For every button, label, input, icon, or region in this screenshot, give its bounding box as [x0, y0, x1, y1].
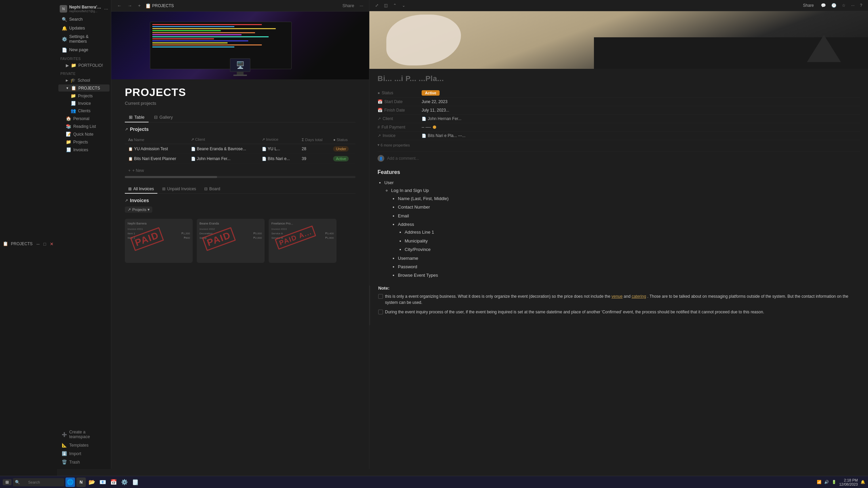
sidebar-item-updates[interactable]: 🔔 Updates	[58, 24, 110, 32]
comment-icon[interactable]: 💬	[819, 2, 828, 9]
chevron-up-icon[interactable]: ⌃	[391, 2, 398, 9]
list-item: Email	[398, 212, 860, 220]
share-button[interactable]: Share	[341, 2, 356, 9]
sidebar-action-import[interactable]: ⬇️ Import	[58, 450, 110, 457]
plus-icon: +	[128, 168, 131, 173]
arrow-icon: ↗	[125, 127, 128, 132]
col-status[interactable]: ● Status	[330, 135, 355, 144]
left-panel: ← → + 📋 PROJECTS Share ···	[111, 0, 369, 469]
plus-icon: ➕	[62, 432, 67, 437]
property-value-client[interactable]: 📄 John Hernan Fer...	[422, 116, 461, 121]
new-page-icon: 📄	[62, 47, 67, 53]
sidebar-item-projects[interactable]: ▼ 📋 PROJECTS	[58, 84, 110, 92]
notification-icon[interactable]: 🔔	[861, 480, 865, 484]
hero-image: 🖥️	[111, 12, 369, 79]
sidebar-item-new-page[interactable]: 📄 New page	[58, 46, 110, 54]
workspace-menu-icon: ···	[104, 6, 108, 12]
sidebar-item-invoices[interactable]: 🧾 Invoices	[58, 146, 110, 153]
invoice-card[interactable]: Beane Eranda Invoice #002 Decoration₱5,0…	[197, 219, 265, 263]
checkbox-2[interactable]	[378, 310, 383, 314]
minimize-button[interactable]: ─	[35, 241, 41, 247]
taskbar-icon-notion[interactable]: N	[76, 477, 86, 487]
col-invoice[interactable]: ↗ Invoice	[258, 135, 298, 144]
sidebar-action-templates[interactable]: 📐 Templates	[58, 441, 110, 449]
question-icon[interactable]: ?	[858, 2, 864, 9]
taskbar-icon-app3[interactable]: 📅	[109, 477, 118, 487]
chevron-down-icon[interactable]: ⌄	[400, 2, 407, 9]
sidebar-item-school[interactable]: ▶ 🎓 School	[58, 77, 110, 84]
taskbar-icon-app1[interactable]: 📂	[87, 477, 97, 487]
table-row[interactable]: 📋 YU Admission Test 📄 Beane Eranda & Bav…	[125, 144, 355, 154]
features-title: Features	[378, 169, 860, 175]
workspace-selector[interactable]: N Nephi Barrera's ... nephionofleh27@g..…	[57, 3, 111, 15]
col-name[interactable]: Aa Name	[125, 135, 188, 144]
property-label-finish-date: 📅 Finish Date	[378, 108, 422, 113]
catering-link[interactable]: catering	[632, 294, 646, 299]
property-value-finish-date[interactable]: July 11, 2023...	[422, 108, 449, 113]
more-options-icon[interactable]: ···	[849, 2, 856, 9]
sidebar-item-personal[interactable]: 🏠 Personal	[58, 115, 110, 122]
new-page-button[interactable]: +	[136, 2, 142, 9]
share-button[interactable]: Share	[799, 2, 817, 9]
sidebar-toggle-icon[interactable]: ◫	[382, 2, 389, 9]
sidebar-item-projects-sub[interactable]: 📁 Projects	[63, 92, 110, 99]
venue-link[interactable]: venue	[612, 294, 623, 299]
forward-button[interactable]: →	[126, 2, 134, 9]
start-button[interactable]: ⊞	[3, 479, 12, 485]
taskbar-search-input[interactable]	[21, 478, 62, 486]
taskbar-search-box[interactable]: 🔍	[13, 478, 64, 486]
property-label-client: ↗ Client	[378, 116, 422, 121]
property-value-payment[interactable]: -- ----	[422, 125, 436, 130]
tab-board[interactable]: ⊟ Board	[201, 185, 224, 194]
sidebar-item-settings[interactable]: ⚙️ Settings & members	[58, 33, 110, 45]
new-row-button[interactable]: + + New	[125, 167, 355, 175]
tab-gallery[interactable]: ⊟ Gallery	[150, 113, 177, 122]
right-hero-image	[369, 11, 868, 69]
sidebar-action-trash[interactable]: 🗑️ Trash	[58, 458, 110, 466]
comment-area[interactable]: 👤 Add a comment...	[378, 151, 860, 165]
taskbar-icon-edge[interactable]: 🌐	[65, 477, 75, 487]
checkbox[interactable]	[378, 294, 383, 299]
sidebar-item-reading-list[interactable]: 📚 Reading List	[58, 123, 110, 130]
table-row[interactable]: 📋 Bits Nari Event Planner 📄 John Hernan …	[125, 154, 355, 164]
tab-all-invoices[interactable]: ⊞ All Invoices	[125, 185, 157, 194]
taskbar-icon-app5[interactable]: 🗒️	[131, 477, 140, 487]
invoice-tabs: ⊞ All Invoices ⊞ Unpaid Invoices ⊟ Board	[125, 185, 355, 194]
sidebar-item-quick-note[interactable]: 📝 Quick Note	[58, 131, 110, 138]
more-button[interactable]: ···	[358, 2, 365, 9]
tab-unpaid-invoices[interactable]: ⊞ Unpaid Invoices	[159, 185, 199, 194]
sidebar-item-invoice[interactable]: 🧾 Invoice	[63, 100, 110, 107]
taskbar-icon-app2[interactable]: 📧	[98, 477, 108, 487]
invoice-card[interactable]: Nephi Barrera Invoice #001 Item 1₱1,200 …	[125, 219, 193, 263]
close-button[interactable]: ✕	[49, 241, 54, 247]
sidebar-item-search[interactable]: 🔍 Search	[58, 15, 110, 23]
sidebar-action-teamspace[interactable]: ➕ Create a teamspace	[58, 428, 110, 441]
filter-chip[interactable]: ↗ Projects ▾	[125, 207, 152, 213]
projects-title: Projects	[130, 126, 149, 132]
taskbar-icon-app4[interactable]: ⚙️	[120, 477, 129, 487]
sidebar-item-clients[interactable]: 👥 Clients	[63, 107, 110, 114]
title-bar: 📋 PROJECTS ─ □ ✕	[0, 0, 57, 488]
invoice-card[interactable]: Freelance Pro... Invoice #003 Service A₱…	[269, 219, 336, 263]
property-value-invoice[interactable]: 📄 Bits Nari e Pla... ---...	[422, 133, 465, 138]
tab-all-label: All Invoices	[133, 187, 154, 191]
page-subtitle: Current projects	[125, 101, 355, 106]
sidebar-item-projects2[interactable]: 📁 Projects	[58, 138, 110, 145]
star-icon[interactable]: ☆	[840, 2, 847, 9]
property-value-status[interactable]: Active	[422, 90, 440, 96]
back-button[interactable]: ←	[115, 2, 123, 9]
expand-icon[interactable]: ⤢	[373, 2, 380, 9]
sidebar-label-portfolio: PORTFOLIO!	[78, 63, 103, 68]
sidebar-item-portfolio[interactable]: ▶ 📁 PORTFOLIO!	[58, 62, 110, 69]
clock-icon[interactable]: 🕐	[830, 2, 838, 9]
maximize-button[interactable]: □	[42, 241, 47, 247]
property-value-start-date[interactable]: June 22, 2023	[422, 99, 447, 104]
col-days[interactable]: Σ Days total	[298, 135, 330, 144]
feature-sub-item: Log In and Sign Up Name (Last, First, Mi…	[391, 187, 860, 279]
invoices-title: Invoices	[130, 198, 149, 203]
tab-table[interactable]: ⊞ Table	[125, 113, 149, 122]
more-properties-button[interactable]: ▾ 6 more properties	[378, 141, 860, 149]
table-scrollbar[interactable]	[125, 176, 355, 178]
tab-unpaid-label: Unpaid Invoices	[167, 187, 196, 191]
col-client[interactable]: ↗ Client	[188, 135, 258, 144]
